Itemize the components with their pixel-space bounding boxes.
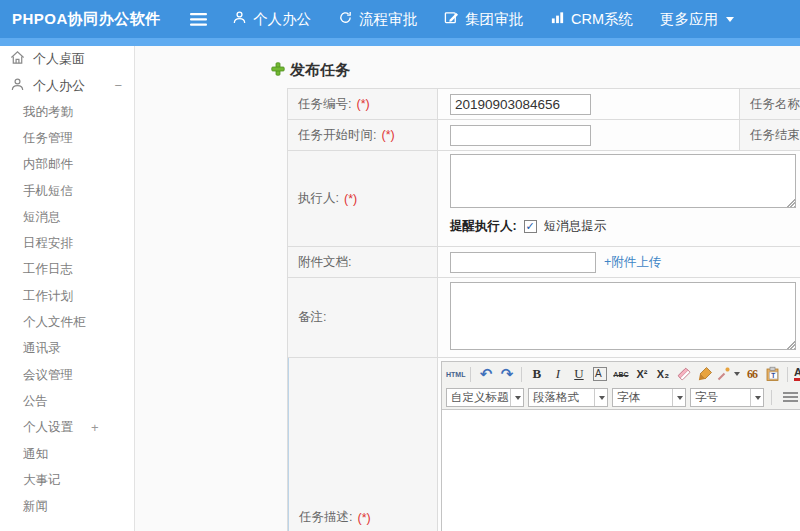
- magic-wand-button[interactable]: [716, 365, 740, 384]
- undo-button[interactable]: ↶: [476, 365, 495, 384]
- sidebar-item-my-attendance[interactable]: 我的考勤: [0, 99, 134, 125]
- format-brush-button[interactable]: [695, 365, 714, 384]
- italic-button[interactable]: I: [548, 365, 567, 384]
- sidebar-item-personal-desktop[interactable]: 个人桌面: [0, 46, 134, 73]
- sidebar-item-short-message[interactable]: 短消息: [0, 204, 134, 230]
- page-title: 发布任务: [271, 61, 350, 80]
- sidebar-item-work-log[interactable]: 工作日志: [0, 257, 134, 283]
- heading-dropdown[interactable]: 自定义标题: [446, 388, 524, 407]
- hamburger-menu-icon[interactable]: [190, 12, 207, 30]
- required-mark: (*): [381, 128, 394, 142]
- attachment-input[interactable]: [450, 252, 596, 273]
- task-number-cell: [438, 89, 740, 120]
- attachment-label: 附件文档:: [288, 247, 438, 278]
- nav-label: 流程审批: [359, 10, 417, 29]
- nav-item-crm[interactable]: CRM系统: [550, 10, 633, 29]
- sidebar-menu: 个人桌面 个人办公 − 我的考勤 任务管理 内部邮件 手机短信 短消息 日程安排…: [0, 46, 135, 531]
- required-mark: (*): [357, 511, 370, 525]
- strikethrough-button[interactable]: ABC: [611, 365, 630, 384]
- sidebar-item-label: 手机短信: [23, 183, 73, 200]
- remind-executor-label: 提醒执行人:: [450, 218, 517, 235]
- sidebar-item-label: 日程安排: [23, 235, 73, 252]
- attachment-cell: +附件上传: [438, 247, 800, 278]
- font-color-button[interactable]: A: [793, 365, 800, 384]
- task-number-label: 任务编号:(*): [288, 89, 438, 120]
- sms-reminder-checkbox[interactable]: ✓: [524, 220, 537, 233]
- nav-item-personal-office[interactable]: 个人办公: [232, 10, 311, 29]
- sidebar-item-personal-files[interactable]: 个人文件柜: [0, 309, 134, 335]
- remind-executor-row: 提醒执行人: ✓ 短消息提示: [450, 218, 800, 235]
- sidebar-item-label: 我的考勤: [23, 104, 73, 121]
- redo-button[interactable]: ↷: [497, 365, 516, 384]
- sidebar-item-mobile-sms[interactable]: 手机短信: [0, 178, 134, 204]
- sidebar-item-label: 通讯录: [23, 340, 61, 357]
- editor-content-area[interactable]: [442, 410, 800, 531]
- top-nav-menu: 个人办公 流程审批 集团审批 CRM系统 更多应用: [232, 0, 734, 38]
- page-title-text: 发布任务: [290, 61, 350, 80]
- align-left-button[interactable]: [783, 392, 798, 403]
- eraser-button[interactable]: [674, 365, 693, 384]
- bold-button[interactable]: B: [527, 365, 546, 384]
- sidebar-item-personal-office[interactable]: 个人办公 −: [0, 73, 134, 100]
- underline-button[interactable]: U: [569, 365, 588, 384]
- required-mark: (*): [344, 192, 357, 206]
- chevron-down-icon: [677, 396, 683, 400]
- sidebar-item-label: 工作日志: [23, 261, 73, 278]
- svg-text:T: T: [771, 372, 775, 379]
- bar-chart-icon: [550, 10, 565, 28]
- sidebar-item-announcement[interactable]: 公告: [0, 388, 134, 414]
- nav-item-more-apps[interactable]: 更多应用: [660, 10, 734, 29]
- start-time-input[interactable]: [450, 125, 591, 146]
- description-label: 任务描述:(*): [288, 358, 438, 531]
- sidebar-item-news[interactable]: 新闻: [0, 493, 134, 519]
- remark-textarea[interactable]: [450, 282, 796, 350]
- sidebar-item-label: 通知: [23, 446, 48, 463]
- collapse-minus-icon[interactable]: −: [114, 78, 122, 93]
- toolbar-separator: [470, 367, 471, 382]
- task-number-input[interactable]: [450, 94, 591, 115]
- sidebar-item-big-events[interactable]: 大事记: [0, 467, 134, 493]
- sidebar-item-notice[interactable]: 通知: [0, 441, 134, 467]
- font-family-dropdown[interactable]: 字体: [612, 388, 686, 407]
- resize-grip-icon[interactable]: [786, 340, 795, 349]
- sidebar-item-contacts[interactable]: 通讯录: [0, 336, 134, 362]
- sidebar-item-label: 新闻: [23, 498, 48, 515]
- expand-plus-icon[interactable]: +: [91, 420, 99, 435]
- nav-item-process-approval[interactable]: 流程审批: [338, 10, 417, 29]
- sidebar-item-label: 个人办公: [33, 77, 85, 95]
- superscript-button[interactable]: X²: [632, 365, 651, 384]
- task-name-label: 任务名称:(*): [740, 89, 800, 120]
- home-icon: [10, 50, 25, 68]
- font-style-box-button[interactable]: A: [593, 367, 607, 381]
- rich-text-editor: HTML ↶ ↷ B I U A ABC X² X₂: [441, 361, 800, 531]
- toolbar-separator: [771, 390, 772, 405]
- sidebar-item-task-management[interactable]: 任务管理: [0, 125, 134, 151]
- blockquote-button[interactable]: 66: [742, 365, 761, 384]
- executor-label: 执行人:(*): [288, 151, 438, 247]
- executor-textarea[interactable]: [450, 154, 796, 208]
- sidebar-item-label: 个人文件柜: [23, 314, 86, 331]
- sidebar-item-meeting-management[interactable]: 会议管理: [0, 362, 134, 388]
- resize-grip-icon[interactable]: [786, 198, 795, 207]
- sidebar-item-schedule[interactable]: 日程安排: [0, 230, 134, 256]
- end-time-label: 任务结束时间:(*): [740, 120, 800, 151]
- paste-as-text-button[interactable]: T: [763, 365, 782, 384]
- nav-label: 更多应用: [660, 10, 718, 29]
- required-mark: (*): [356, 97, 369, 111]
- sidebar-item-internal-mail[interactable]: 内部邮件: [0, 152, 134, 178]
- attachment-upload-link[interactable]: +附件上传: [604, 254, 661, 271]
- sidebar-item-work-plan[interactable]: 工作计划: [0, 283, 134, 309]
- paragraph-format-dropdown[interactable]: 段落格式: [528, 388, 608, 407]
- sidebar-item-label: 个人设置: [23, 419, 73, 436]
- edit-compose-icon: [444, 10, 459, 28]
- sidebar-item-personal-settings[interactable]: 个人设置 +: [0, 415, 134, 441]
- remark-label: 备注:: [288, 278, 438, 358]
- nav-item-group-approval[interactable]: 集团审批: [444, 10, 523, 29]
- font-size-dropdown[interactable]: 字号: [690, 388, 764, 407]
- sidebar-item-label: 工作计划: [23, 288, 73, 305]
- app-window: PHPOA协同办公软件 个人办公 流程审批 集团审批: [0, 0, 800, 531]
- sidebar-item-label: 公告: [23, 393, 48, 410]
- sidebar-item-label: 内部邮件: [23, 156, 73, 173]
- subscript-button[interactable]: X₂: [653, 365, 672, 384]
- source-code-button[interactable]: HTML: [446, 365, 465, 384]
